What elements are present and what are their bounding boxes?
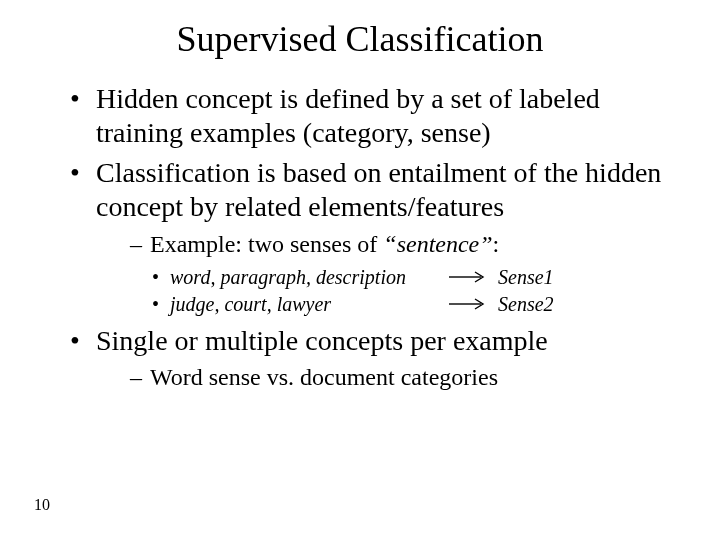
- example-features: word, paragraph, description: [152, 264, 442, 291]
- sub-bullet-suffix: :: [493, 231, 500, 257]
- bullet-list: Hidden concept is defined by a set of la…: [40, 82, 680, 393]
- example-block: word, paragraph, description Sense1 judg…: [152, 264, 680, 318]
- example-features: judge, court, lawyer: [152, 291, 442, 318]
- arrow-icon: [442, 271, 492, 283]
- example-row: word, paragraph, description Sense1: [152, 264, 680, 291]
- page-number: 10: [34, 496, 50, 514]
- bullet-text: Hidden concept is defined by a set of la…: [96, 83, 600, 148]
- example-sense: Sense2: [492, 291, 554, 318]
- bullet-text: Single or multiple concepts per example: [96, 325, 548, 356]
- sub-bullet-item: Word sense vs. document categories: [130, 362, 680, 393]
- arrow-icon: [442, 298, 492, 310]
- sub-bullet-list: Example: two senses of “sentence”:: [96, 229, 680, 260]
- example-sense: Sense1: [492, 264, 554, 291]
- bullet-text: Classification is based on entailment of…: [96, 157, 661, 222]
- bullet-item: Hidden concept is defined by a set of la…: [70, 82, 680, 150]
- sub-bullet-quoted: “sentence”: [383, 231, 492, 257]
- example-row: judge, court, lawyer Sense2: [152, 291, 680, 318]
- bullet-item: Classification is based on entailment of…: [70, 156, 680, 318]
- sub-bullet-list: Word sense vs. document categories: [96, 362, 680, 393]
- slide: Supervised Classification Hidden concept…: [0, 0, 720, 540]
- sub-bullet-item: Example: two senses of “sentence”:: [130, 229, 680, 260]
- slide-title: Supervised Classification: [40, 18, 680, 60]
- sub-bullet-text: Example: two senses of: [150, 231, 383, 257]
- sub-bullet-text: Word sense vs. document categories: [150, 364, 498, 390]
- bullet-item: Single or multiple concepts per example …: [70, 324, 680, 393]
